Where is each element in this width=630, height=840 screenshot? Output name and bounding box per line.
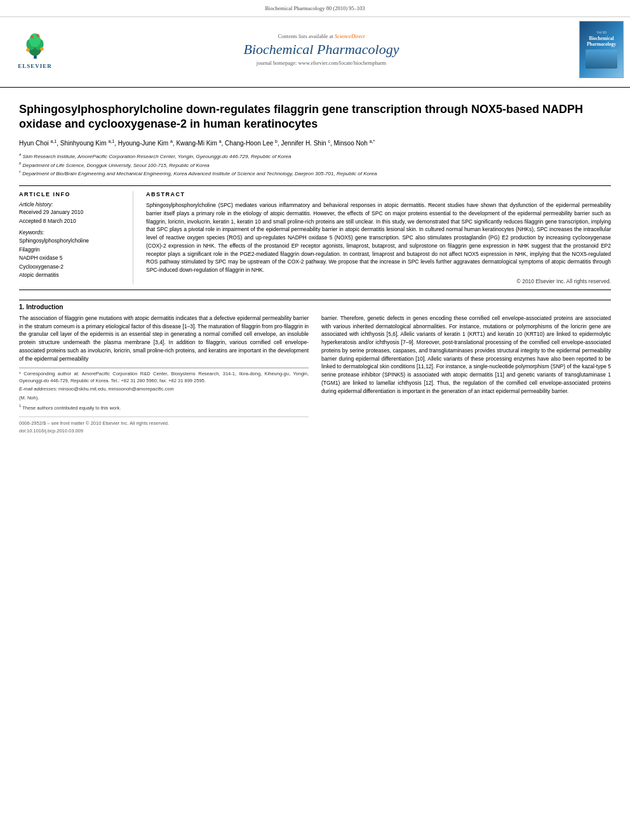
header-divider (0, 87, 630, 88)
affiliation-a: a Skin Research Institute, AmorePacific … (19, 152, 611, 161)
elsevier-logo: ELSEVIER (6, 30, 64, 69)
article-history-label: Article history: (19, 201, 123, 208)
keyword-1: Sphingosylphosphorylcholine (19, 237, 123, 246)
journal-cover: Vol 80 Biochemical Pharmacology (579, 21, 624, 78)
svg-point-5 (26, 48, 29, 51)
issn-text: 0006-2952/$ – see front matter © 2010 El… (19, 420, 169, 427)
article-divider-bottom (19, 290, 611, 290)
svg-point-8 (36, 34, 39, 37)
sciencedirect-line: Contents lists available at ScienceDirec… (70, 33, 573, 39)
main-text-section: 1. Introduction The association of filag… (19, 300, 611, 434)
header-center: Contents lists available at ScienceDirec… (64, 33, 579, 66)
accepted-date: Accepted 8 March 2010 (19, 218, 123, 224)
footnote-email-name: (M. Noh). (19, 395, 309, 402)
keywords-section: Keywords: Sphingosylphosphorylcholine Fi… (19, 229, 123, 280)
text-col-right: barrier. Therefore, genetic defects in g… (321, 314, 611, 434)
authors: Hyun Choi a,1, Shinhyoung Kim a,1, Hyoun… (19, 138, 611, 148)
affiliations: a Skin Research Institute, AmorePacific … (19, 152, 611, 178)
page-wrapper: Biochemical Pharmacology 80 (2010) 95–10… (0, 0, 630, 840)
abstract-title: ABSTRACT (146, 191, 611, 197)
introduction-heading: 1. Introduction (19, 303, 611, 310)
intro-paragraph-right: barrier. Therefore, genetic defects in g… (321, 314, 611, 396)
journal-homepage: journal homepage: www.elsevier.com/locat… (70, 60, 573, 66)
keyword-5: Atopic dermatitis (19, 271, 123, 280)
keyword-4: Cyclooxygenase-2 (19, 263, 123, 272)
footnote-corresponding: * Corresponding author at: AmorePacific … (19, 371, 309, 384)
journal-header: Biochemical Pharmacology 80 (2010) 95–10… (0, 0, 630, 17)
text-col-left: The association of filaggrin gene mutati… (19, 314, 309, 434)
elsevier-text: ELSEVIER (18, 63, 52, 69)
elsevier-tree-icon (18, 30, 53, 62)
article-info-column: ARTICLE INFO Article history: Received 2… (19, 191, 133, 284)
affiliation-c: c Department of Bio/Brain Engineering an… (19, 169, 611, 178)
abstract-text: Sphingosylphosphorylcholine (SPC) mediat… (146, 201, 611, 274)
cover-title: Biochemical Pharmacology (587, 36, 616, 47)
footnotes: * Corresponding author at: AmorePacific … (19, 368, 309, 411)
affiliation-b: b Department of Life Science, Dongguk Un… (19, 161, 611, 170)
keyword-2: Filaggrin (19, 246, 123, 255)
keywords-label: Keywords: (19, 229, 123, 236)
footnote-email: E-mail addresses: minsoo@skhu.mit.edu, m… (19, 386, 309, 393)
two-col-text: The association of filaggrin gene mutati… (19, 314, 611, 434)
received-date: Received 29 January 2010 (19, 209, 123, 215)
header-content: ELSEVIER Contents lists available at Sci… (0, 17, 630, 82)
copyright-line: © 2010 Elsevier Inc. All rights reserved… (146, 278, 611, 284)
svg-point-6 (40, 47, 43, 50)
intro-paragraph-left: The association of filaggrin gene mutati… (19, 314, 309, 363)
bottom-bar: 0006-2952/$ – see front matter © 2010 El… (19, 417, 309, 427)
journal-title-main: Biochemical Pharmacology (70, 41, 573, 58)
keyword-3: NADPH oxidase 5 (19, 254, 123, 263)
svg-point-7 (30, 36, 34, 39)
article-body: ARTICLE INFO Article history: Received 2… (19, 191, 611, 284)
article-info-title: ARTICLE INFO (19, 191, 123, 197)
footnote-equal: 1 These authors contributed equally to t… (19, 403, 309, 411)
doi-text: doi:10.1016/j.bcp.2010.03.009 (19, 427, 309, 434)
article-content: Sphingosylphosphorylcholine down-regulat… (0, 93, 630, 441)
article-divider-top (19, 185, 611, 186)
journal-meta-top: Biochemical Pharmacology 80 (2010) 95–10… (13, 5, 617, 11)
article-abstract-column: ABSTRACT Sphingosylphosphorylcholine (SP… (146, 191, 611, 284)
sciencedirect-link[interactable]: ScienceDirect (335, 33, 365, 39)
article-title: Sphingosylphosphorylcholine down-regulat… (19, 102, 611, 132)
